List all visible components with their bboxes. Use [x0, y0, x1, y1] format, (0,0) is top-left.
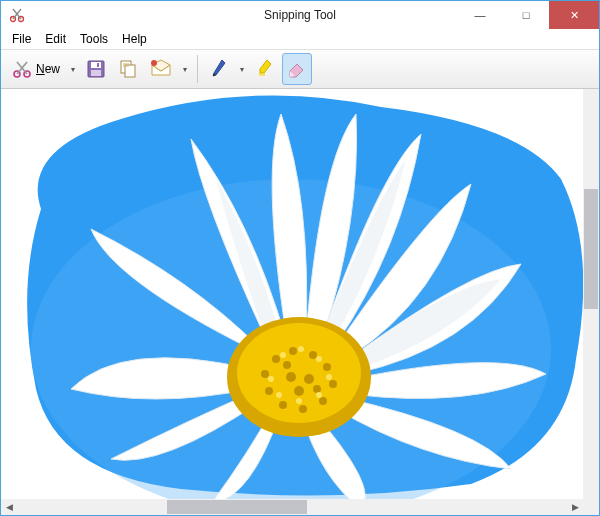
minimize-button[interactable]: — [457, 1, 503, 29]
save-button[interactable] [81, 53, 111, 85]
svg-point-32 [304, 374, 314, 384]
eraser-button[interactable] [282, 53, 312, 85]
vertical-scrollbar[interactable] [583, 89, 599, 499]
svg-point-24 [323, 363, 331, 371]
menu-help[interactable]: Help [115, 30, 154, 48]
svg-point-43 [268, 376, 274, 382]
svg-point-31 [286, 372, 296, 382]
horizontal-scroll-thumb[interactable] [167, 500, 307, 514]
titlebar: Snipping Tool — □ ✕ [1, 1, 599, 29]
app-scissors-icon [7, 5, 27, 25]
svg-point-25 [329, 380, 337, 388]
eraser-icon [287, 59, 307, 79]
svg-rect-9 [91, 62, 101, 68]
new-snip-button[interactable]: New [7, 53, 65, 85]
horizontal-scroll-track[interactable] [17, 499, 567, 515]
menu-tools[interactable]: Tools [73, 30, 115, 48]
new-button-label: New [36, 62, 60, 76]
pen-dropdown[interactable]: ▾ [236, 65, 248, 74]
svg-rect-17 [259, 73, 265, 76]
highlighter-icon [256, 59, 274, 79]
close-button[interactable]: ✕ [549, 1, 599, 29]
scissors-icon [12, 59, 32, 79]
copy-icon [118, 59, 138, 79]
pen-button[interactable] [204, 53, 234, 85]
svg-rect-13 [125, 65, 135, 77]
svg-point-37 [298, 346, 304, 352]
snipping-tool-window: Snipping Tool — □ ✕ File Edit Tools Help… [0, 0, 600, 516]
menubar: File Edit Tools Help [1, 29, 599, 49]
svg-point-28 [279, 401, 287, 409]
toolbar: New ▾ ▾ [1, 49, 599, 89]
new-snip-dropdown[interactable]: ▾ [67, 65, 79, 74]
vertical-scroll-thumb[interactable] [584, 189, 598, 309]
content-area: ◀ ▶ [1, 89, 599, 515]
svg-point-39 [326, 374, 332, 380]
send-button[interactable] [145, 53, 177, 85]
copy-button[interactable] [113, 53, 143, 85]
svg-point-27 [299, 405, 307, 413]
svg-point-20 [237, 323, 361, 423]
svg-point-42 [276, 392, 282, 398]
menu-edit[interactable]: Edit [38, 30, 73, 48]
svg-point-22 [289, 347, 297, 355]
svg-point-35 [313, 385, 321, 393]
menu-file[interactable]: File [5, 30, 38, 48]
svg-point-41 [296, 398, 302, 404]
toolbar-separator [197, 55, 198, 83]
send-icon [150, 59, 172, 79]
window-controls: — □ ✕ [457, 1, 599, 29]
horizontal-scrollbar[interactable]: ◀ ▶ [1, 499, 583, 515]
scroll-right-arrow[interactable]: ▶ [567, 502, 583, 512]
svg-point-21 [272, 355, 280, 363]
scroll-left-arrow[interactable]: ◀ [1, 502, 17, 512]
svg-point-36 [280, 352, 286, 358]
svg-point-34 [283, 361, 291, 369]
svg-rect-11 [97, 63, 99, 67]
snip-image-daisy [1, 89, 583, 499]
svg-point-23 [309, 351, 317, 359]
svg-point-29 [265, 387, 273, 395]
save-icon [86, 59, 106, 79]
svg-point-16 [151, 60, 157, 66]
pen-icon [210, 59, 228, 79]
svg-point-26 [319, 397, 327, 405]
svg-point-33 [294, 386, 304, 396]
svg-point-40 [316, 392, 322, 398]
svg-point-38 [316, 356, 322, 362]
highlighter-button[interactable] [250, 53, 280, 85]
scroll-corner [583, 499, 599, 515]
svg-rect-10 [91, 70, 101, 76]
send-dropdown[interactable]: ▾ [179, 65, 191, 74]
maximize-button[interactable]: □ [503, 1, 549, 29]
svg-point-30 [261, 370, 269, 378]
snip-canvas[interactable] [1, 89, 583, 499]
